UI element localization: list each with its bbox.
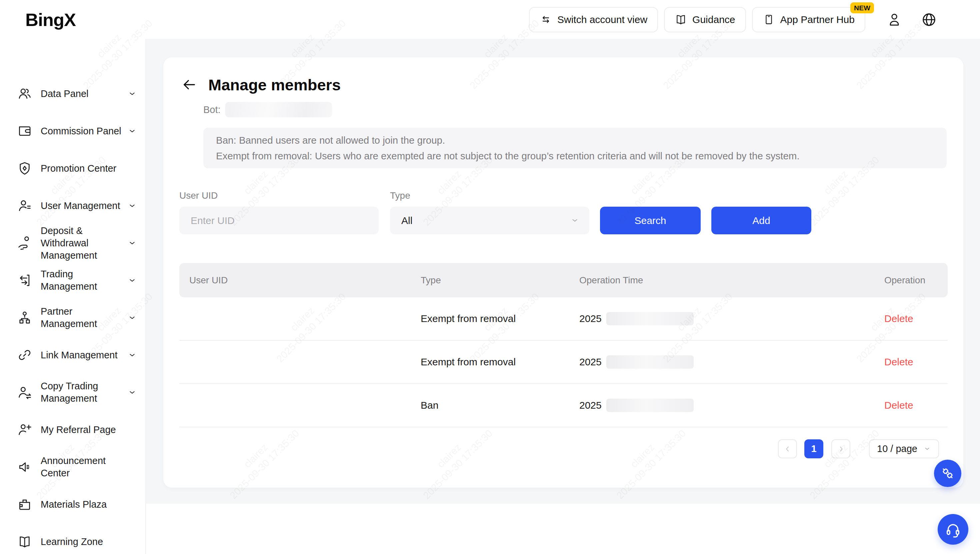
sidebar-item-data-panel[interactable]: Data Panel [0,75,145,112]
search-button[interactable]: Search [600,207,701,234]
users-icon [18,86,32,101]
notice-line-1: Ban: Banned users are not allowed to joi… [216,132,934,148]
switch-account-view-button[interactable]: Switch account view [529,7,658,32]
time-redacted [606,312,694,325]
sidebar-item-announcement-center[interactable]: AnnouncementCenter [0,448,145,486]
operation-time-cell: 2025 [579,357,602,368]
sidebar-item-copy-trading-management[interactable]: Copy TradingManagement [0,374,145,411]
support-fab-button[interactable] [938,514,968,544]
delete-link[interactable]: Delete [885,357,913,367]
page-size-select[interactable]: 10 / page [869,439,939,458]
link-icon [18,348,32,362]
wallet-icon [18,124,32,138]
manage-members-card: Manage members Bot: Ban: Banned users ar… [163,57,963,488]
phone-icon [763,13,775,25]
person-plus-icon [18,422,32,437]
page-size-value: 10 / page [877,443,917,454]
bot-row: Bot: [203,102,332,118]
sidebar-item-label: User Management [41,200,120,212]
guidance-label: Guidance [692,14,735,25]
sidebar-item-label: PartnerManagement [41,305,97,330]
chevron-down-icon [128,127,137,136]
new-badge: NEW [850,2,874,13]
chevron-right-icon [837,445,845,453]
current-page-button[interactable]: 1 [804,439,823,458]
back-arrow-icon[interactable] [182,77,197,92]
sidebar-item-label: Data Panel [41,88,89,100]
megaphone-icon [18,460,32,474]
sidebar-item-trading-management[interactable]: TradingManagement [0,262,145,299]
chevron-down-icon [128,388,137,397]
top-bar: BingX Switch account view Guidance App P… [0,0,980,39]
headset-icon [944,521,962,538]
type-label: Type [390,190,410,201]
swap-icon [540,13,552,25]
connect-fab-button[interactable] [934,460,961,487]
org-chart-icon [18,310,32,325]
next-page-button[interactable] [831,439,850,458]
add-button[interactable]: Add [711,207,811,234]
type-cell: Exempt from removal [421,313,579,324]
guidance-button[interactable]: Guidance [664,7,746,32]
chevron-down-icon [128,201,137,210]
time-redacted [606,399,694,412]
sidebar-item-label: Learning Zone [41,536,103,548]
globe-icon[interactable] [921,11,937,28]
user-lines-icon [18,198,32,213]
sidebar-nav: Data Panel Commission Panel Promotion Ce… [0,39,146,554]
type-cell: Exempt from removal [421,357,579,368]
members-table: User UID Type Operation Time Operation E… [179,263,948,427]
switch-account-view-label: Switch account view [557,14,648,25]
prev-page-button[interactable] [778,439,797,458]
sidebar-item-partner-management[interactable]: PartnerManagement [0,299,145,336]
app-partner-hub-label: App Partner Hub [780,14,855,25]
sidebar-item-my-referral-page[interactable]: My Referral Page [0,411,145,448]
table-body: Exempt from removal 2025 Delete Exempt f… [179,297,948,427]
sidebar-item-label: Link Management [41,349,118,361]
sidebar-item-learning-zone[interactable]: Learning Zone [0,523,145,554]
operation-time-cell: 2025 [579,400,602,411]
shield-icon [18,161,32,176]
col-type: Type [421,275,579,286]
chevron-down-icon [128,276,137,285]
notice-box: Ban: Banned users are not allowed to joi… [203,128,947,168]
chevron-down-icon [128,313,137,322]
sidebar-item-label: Deposit &WithdrawalManagement [41,224,97,262]
bot-name-redacted [225,102,332,117]
table-row: Exempt from removal 2025 Delete [179,341,948,384]
avatar-icon[interactable] [887,12,902,27]
hand-coin-icon [18,236,32,250]
notice-line-2: Exempt from removal: Users who are exemp… [216,148,934,164]
delete-link[interactable]: Delete [885,313,913,324]
sidebar-item-promotion-center[interactable]: Promotion Center [0,150,145,187]
sidebar-item-deposit-withdrawal-management[interactable]: Deposit &WithdrawalManagement [0,224,145,262]
delete-link[interactable]: Delete [885,400,913,411]
chevron-down-icon [923,445,931,453]
app-partner-hub-button[interactable]: App Partner Hub NEW [752,7,865,32]
chevron-down-icon [128,239,137,248]
bingx-logo: BingX [25,10,76,30]
chevron-down-icon [570,216,579,225]
top-actions: Switch account view Guidance App Partner… [529,0,937,39]
chevron-down-icon [128,89,137,98]
time-redacted [606,355,694,369]
type-select[interactable]: All [390,207,589,234]
title-row: Manage members [182,74,340,96]
sidebar-item-user-management[interactable]: User Management [0,187,145,224]
type-select-value: All [401,215,412,226]
copy-person-icon [18,385,32,400]
content-area: Manage members Bot: Ban: Banned users ar… [146,39,980,504]
sidebar-item-label: Materials Plaza [41,498,107,511]
sidebar-item-commission-panel[interactable]: Commission Panel [0,112,145,150]
chevron-down-icon [128,351,137,360]
sidebar-item-materials-plaza[interactable]: Materials Plaza [0,486,145,523]
sidebar-item-link-management[interactable]: Link Management [0,336,145,374]
toolbox-icon [18,497,32,512]
chevron-left-icon [783,445,792,453]
book-icon [18,534,32,549]
sidebar-item-label: Commission Panel [41,125,121,137]
uid-input[interactable] [179,207,379,234]
sidebar-item-label: AnnouncementCenter [41,455,106,479]
col-user-uid: User UID [179,275,421,286]
col-operation-time: Operation Time [579,275,885,286]
